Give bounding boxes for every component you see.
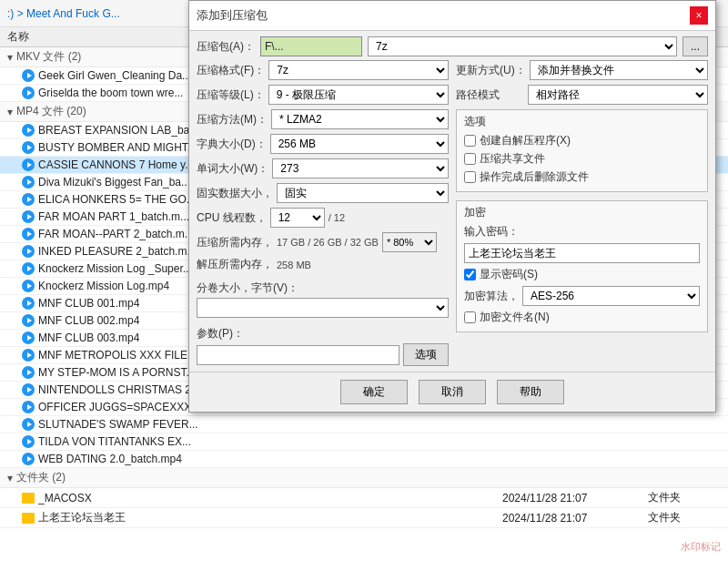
- play-icon: [22, 87, 35, 99]
- play-icon: [22, 453, 35, 465]
- list-item[interactable]: 上老王论坛当老王 2024/11/28 21:07 文件夹: [0, 508, 728, 528]
- dict-size-row: 字典大小(D)： 256 MB: [197, 134, 449, 154]
- params-label: 参数(P)：: [197, 326, 449, 341]
- play-icon: [22, 193, 35, 206]
- delete-source-checkbox[interactable]: [464, 171, 476, 183]
- memory-percent-select[interactable]: * 80%: [382, 232, 437, 252]
- format-select[interactable]: 7z: [268, 60, 449, 80]
- level-row: 压缩等级(L)： 9 - 极限压缩: [197, 85, 449, 105]
- archive-format-select[interactable]: 7z: [368, 36, 677, 56]
- self-extract-checkbox[interactable]: [464, 135, 476, 147]
- level-label: 压缩等级(L)：: [197, 87, 265, 103]
- split-label: 分卷大小，字节(V)：: [197, 280, 449, 296]
- encrypt-filenames-label: 加密文件名(N): [480, 310, 550, 325]
- solid-select[interactable]: 固实: [277, 183, 449, 203]
- section-folders: ▾ 文件夹 (2): [0, 468, 728, 488]
- help-button[interactable]: 帮助: [497, 380, 564, 404]
- play-icon: [22, 69, 35, 82]
- dict-select[interactable]: 256 MB: [270, 134, 449, 154]
- list-item[interactable]: TILDA VON TITANTANKS EX...: [0, 433, 728, 451]
- self-extract-label: 创建自解压程序(X): [480, 133, 571, 148]
- play-icon: [22, 366, 35, 379]
- encrypt-filenames-row: 加密文件名(N): [464, 310, 700, 325]
- play-icon: [22, 158, 35, 171]
- decompress-label: 解压所需内存，: [197, 257, 273, 272]
- play-icon: [22, 176, 35, 189]
- memory-value: 17 GB / 26 GB / 32 GB: [277, 237, 379, 248]
- options-section: 选项 创建自解压程序(X) 压缩共享文件 操作完成后删除源文件: [456, 109, 708, 192]
- option-self-extract: 创建自解压程序(X): [464, 133, 700, 148]
- play-icon: [22, 297, 35, 310]
- cpu-select[interactable]: 12: [270, 208, 325, 228]
- shared-files-label: 压缩共享文件: [480, 151, 545, 167]
- path-mode-row: 路径模式 相对路径: [456, 85, 708, 105]
- options-title: 选项: [464, 114, 700, 129]
- solid-label: 固实数据大小，: [197, 186, 273, 201]
- cpu-max-label: / 12: [329, 212, 345, 223]
- update-label: 更新方式(U)：: [456, 63, 526, 78]
- list-item[interactable]: _MACOSX 2024/11/28 21:07 文件夹: [0, 488, 728, 508]
- algorithm-select[interactable]: AES-256: [522, 286, 700, 306]
- word-label: 单词大小(W)：: [197, 161, 268, 177]
- confirm-button[interactable]: 确定: [340, 380, 408, 404]
- method-select[interactable]: * LZMA2: [271, 109, 449, 129]
- split-select[interactable]: [197, 298, 449, 318]
- option-shared-files: 压缩共享文件: [464, 151, 700, 167]
- word-select[interactable]: 273: [272, 158, 449, 178]
- password-label: 输入密码：: [464, 224, 519, 240]
- params-section: 参数(P)： 选项: [197, 326, 449, 366]
- method-row: 压缩方法(M)： * LZMA2: [197, 109, 449, 129]
- split-section: 分卷大小，字节(V)：: [197, 280, 449, 318]
- level-select[interactable]: 9 - 极限压缩: [268, 85, 449, 105]
- dialog-title: 添加到压缩包: [197, 7, 268, 24]
- play-icon: [22, 435, 35, 448]
- browse-button[interactable]: ...: [682, 36, 708, 56]
- algorithm-label: 加密算法，: [464, 289, 519, 304]
- show-password-row: 显示密码(S): [464, 267, 700, 282]
- update-select[interactable]: 添加并替换文件: [530, 60, 708, 80]
- cpu-row: CPU 线程数， 12 / 12: [197, 208, 449, 228]
- algorithm-row: 加密算法， AES-256: [464, 286, 700, 306]
- archive-path-row: 压缩包(A)： F\... 7z ...: [197, 36, 708, 56]
- play-icon: [22, 262, 35, 275]
- right-column: 更新方式(U)： 添加并替换文件 路径模式 相对路径 选项: [456, 60, 708, 366]
- shared-files-checkbox[interactable]: [464, 153, 476, 165]
- password-input[interactable]: [464, 243, 700, 263]
- folder-icon: [22, 513, 35, 524]
- chevron-icon: ▾: [7, 106, 13, 118]
- watermark: 水印标记: [677, 538, 724, 556]
- list-item[interactable]: WEB DATING 2.0_batch.mp4: [0, 451, 728, 468]
- decompress-row: 解压所需内存， 258 MB: [197, 257, 449, 272]
- compress-dialog: 添加到压缩包 × 压缩包(A)： F\... 7z ... 压缩格式(F)： 7…: [188, 0, 716, 413]
- archive-path-display: F\...: [260, 36, 362, 56]
- play-icon: [22, 141, 35, 154]
- show-password-label: 显示密码(S): [480, 267, 538, 282]
- memory-row: 压缩所需内存， 17 GB / 26 GB / 32 GB * 80%: [197, 232, 449, 252]
- dict-label: 字典大小(D)：: [197, 137, 267, 152]
- play-icon: [22, 401, 35, 413]
- close-button[interactable]: ×: [690, 6, 708, 25]
- section-mkv-label: MKV 文件 (2): [16, 49, 81, 65]
- params-input[interactable]: [197, 345, 399, 365]
- dialog-footer: 确定 取消 帮助: [189, 372, 715, 412]
- play-icon: [22, 418, 35, 431]
- format-row: 压缩格式(F)： 7z: [197, 60, 449, 80]
- play-icon: [22, 331, 35, 344]
- list-item[interactable]: SLUTNADE'S SWAMP FEVER...: [0, 416, 728, 433]
- folder-icon: [22, 493, 35, 504]
- play-icon: [22, 210, 35, 223]
- section-mp4-label: MP4 文件 (20): [16, 104, 86, 119]
- play-icon: [22, 245, 35, 258]
- encrypt-filenames-checkbox[interactable]: [464, 311, 476, 323]
- play-icon: [22, 349, 35, 362]
- format-label: 压缩格式(F)：: [197, 63, 265, 78]
- decompress-value: 258 MB: [277, 260, 311, 270]
- options-button[interactable]: 选项: [403, 343, 449, 366]
- encrypt-section: 加密 输入密码： 显示密码(S) 加密算法， AES-256: [456, 200, 708, 332]
- cpu-label: CPU 线程数，: [197, 210, 267, 226]
- path-mode-select[interactable]: 相对路径: [528, 85, 708, 105]
- method-label: 压缩方法(M)：: [197, 112, 268, 127]
- cancel-button[interactable]: 取消: [419, 380, 486, 404]
- option-delete-source: 操作完成后删除源文件: [464, 169, 700, 185]
- show-password-checkbox[interactable]: [464, 269, 476, 280]
